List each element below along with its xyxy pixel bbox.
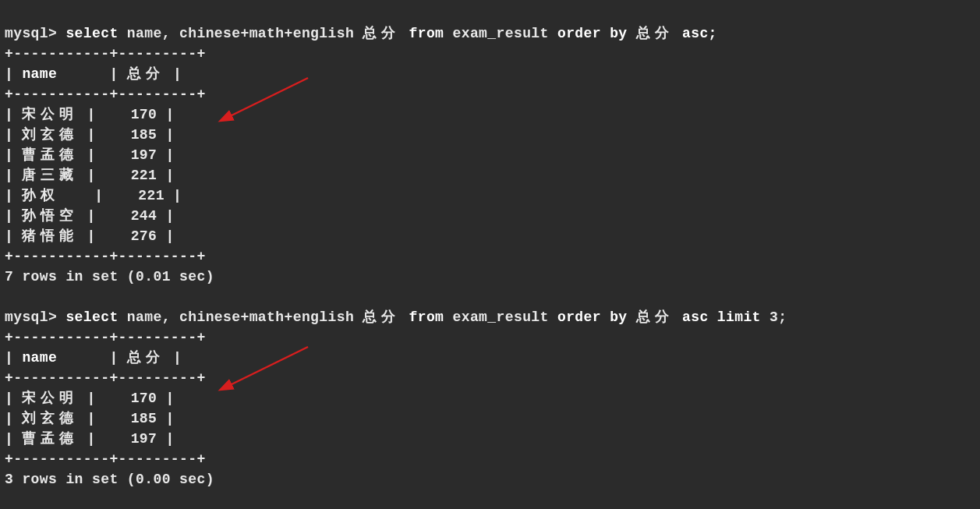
table-border: | (165, 208, 174, 224)
cell-name: 刘玄德 (22, 411, 78, 426)
table-border: | (87, 391, 96, 406)
sql-expr: name, chinese+math+english (127, 26, 354, 41)
table-border: +-----------+---------+ (5, 370, 206, 386)
table-border: | (165, 431, 174, 447)
table-border: | (5, 411, 13, 426)
col-header: name (22, 350, 57, 366)
cell-score: 170 (131, 107, 157, 122)
table-border: | (87, 107, 96, 122)
cell-name: 猪悟能 (22, 228, 78, 244)
prompt: mysql> (5, 26, 57, 41)
table-border: | (165, 107, 174, 122)
sql-keyword: order by (557, 309, 628, 325)
table-border: | (165, 168, 174, 183)
table-border: +-----------+---------+ (5, 249, 206, 264)
result-footer: 3 rows in set (0.00 sec) (5, 472, 214, 487)
cell-name: 曹孟德 (22, 431, 78, 447)
table-border: | (165, 147, 174, 163)
table-border: | (87, 228, 96, 244)
col-header: name (22, 66, 57, 82)
table-border: | (87, 431, 96, 447)
table-border: | (173, 188, 182, 203)
terminal-output: mysql> select name, chinese+math+english… (0, 0, 980, 493)
result-footer: 7 rows in set (0.01 sec) (5, 269, 214, 285)
sql-keyword: order by (557, 26, 628, 41)
table-border: | (109, 66, 118, 82)
table-border: | (5, 228, 13, 244)
table-border: | (5, 147, 13, 163)
cell-score: 197 (131, 431, 157, 447)
table-border: | (165, 411, 174, 426)
cell-score: 185 (131, 127, 157, 143)
sql-alias: 总分 (363, 309, 400, 325)
sql-alias: 总分 (363, 26, 400, 41)
table-border: | (165, 127, 174, 143)
table-border: +-----------+---------+ (5, 451, 206, 467)
table-border: | (87, 127, 96, 143)
cell-name: 曹孟德 (22, 147, 78, 163)
table-border: | (5, 107, 13, 122)
table-border: | (5, 188, 13, 203)
table-border: | (5, 431, 13, 447)
table-border: | (109, 350, 118, 366)
table-border: | (94, 188, 103, 203)
table-border: | (173, 350, 182, 366)
table-border: | (165, 228, 174, 244)
table-border: | (5, 391, 13, 406)
table-border: | (87, 168, 96, 183)
cell-name: 宋公明 (22, 391, 78, 406)
cell-score: 221 (138, 188, 165, 203)
cell-score: 244 (131, 208, 157, 224)
sql-keyword: asc; (682, 26, 717, 41)
sql-keyword: select (65, 26, 118, 41)
table-border: | (5, 66, 13, 82)
sql-keyword: select (65, 309, 118, 325)
cell-name: 孙权 (22, 188, 59, 203)
sql-expr: name, chinese+math+english (127, 309, 354, 325)
col-header: 总分 (127, 66, 165, 82)
table-border: | (5, 208, 13, 224)
sql-alias: 总分 (636, 309, 674, 325)
table-border: | (87, 208, 96, 224)
cell-score: 221 (131, 168, 157, 183)
table-border: | (5, 127, 13, 143)
sql-table: exam_result (453, 26, 549, 41)
cell-name: 唐三藏 (22, 168, 78, 183)
table-border: | (173, 66, 182, 82)
table-border: | (87, 411, 96, 426)
sql-alias: 总分 (636, 26, 674, 41)
table-border: | (165, 391, 174, 406)
table-border: | (5, 168, 13, 183)
sql-table: exam_result (453, 309, 549, 325)
table-border: | (5, 350, 13, 366)
table-border: +-----------+---------+ (5, 330, 206, 345)
table-border: | (87, 147, 96, 163)
sql-keyword: limit (717, 309, 761, 325)
prompt: mysql> (5, 309, 57, 325)
sql-keyword: from (409, 309, 444, 325)
cell-name: 刘玄德 (22, 127, 78, 143)
sql-literal: 3; (769, 309, 787, 325)
table-border: +-----------+---------+ (5, 87, 206, 102)
sql-keyword: from (409, 26, 444, 41)
cell-name: 宋公明 (22, 107, 78, 122)
col-header: 总分 (127, 350, 165, 366)
table-border: +-----------+---------+ (5, 46, 206, 62)
cell-name: 孙悟空 (22, 208, 78, 224)
cell-score: 185 (131, 411, 157, 426)
cell-score: 197 (131, 147, 157, 163)
cell-score: 170 (131, 391, 157, 406)
cell-score: 276 (131, 228, 157, 244)
sql-keyword: asc (682, 309, 709, 325)
